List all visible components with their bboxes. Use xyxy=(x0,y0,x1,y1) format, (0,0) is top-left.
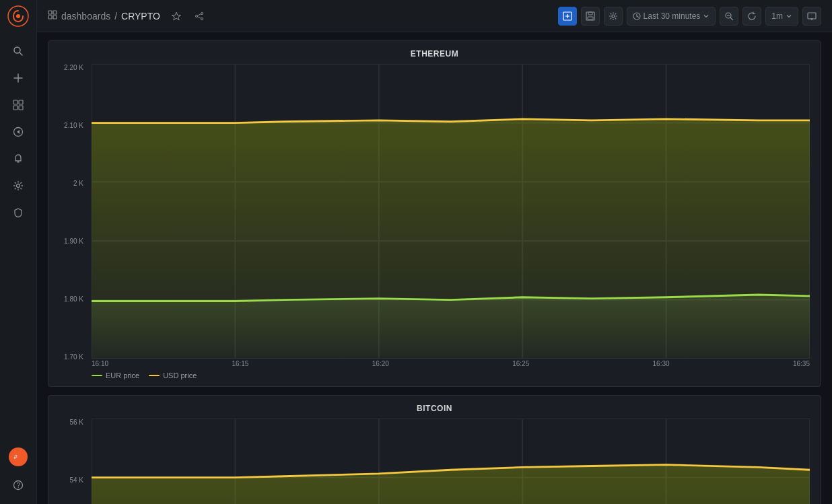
svg-rect-19 xyxy=(53,11,57,14)
bitcoin-panel-title: BITCOIN xyxy=(59,404,810,413)
eur-legend-label: EUR price xyxy=(106,371,139,380)
refresh-interval-label: 1m xyxy=(771,11,783,21)
svg-point-25 xyxy=(195,15,197,17)
svg-line-26 xyxy=(197,13,201,15)
svg-point-14 xyxy=(17,184,20,188)
bitcoin-chart-inner xyxy=(92,419,810,504)
svg-rect-41 xyxy=(808,13,816,19)
save-button[interactable] xyxy=(581,7,600,26)
grid-icon xyxy=(48,10,57,22)
svg-rect-9 xyxy=(19,106,23,110)
sidebar-item-alerts[interactable] xyxy=(6,147,30,171)
ethereum-eur-legend: EUR price xyxy=(92,371,139,380)
star-button[interactable] xyxy=(167,7,186,26)
svg-marker-11 xyxy=(17,130,20,134)
user-avatar[interactable]: # xyxy=(9,447,28,466)
ethereum-chart-inner xyxy=(92,64,810,359)
refresh-interval-picker[interactable]: 1m xyxy=(765,7,798,26)
ethereum-legend: EUR price USD price xyxy=(92,371,810,380)
usd-legend-label: USD price xyxy=(163,371,197,380)
bitcoin-chart-svg xyxy=(92,419,810,504)
sidebar-item-add[interactable] xyxy=(6,66,30,90)
zoom-out-button[interactable] xyxy=(720,7,738,26)
sidebar: # ? xyxy=(0,0,37,504)
svg-text:#: # xyxy=(14,453,18,460)
svg-marker-22 xyxy=(172,12,180,20)
tv-mode-button[interactable] xyxy=(802,7,821,26)
svg-rect-20 xyxy=(48,15,52,19)
sidebar-item-search[interactable] xyxy=(6,39,30,63)
time-range-picker[interactable]: Last 30 minutes xyxy=(627,7,716,26)
ethereum-y-labels: 2.20 K 2.10 K 2 K 1.90 K 1.80 K 1.70 K xyxy=(59,64,88,361)
sidebar-bottom: # ? xyxy=(6,447,30,499)
share-button[interactable] xyxy=(190,7,209,26)
sidebar-item-explore[interactable] xyxy=(6,120,30,144)
svg-line-39 xyxy=(730,17,733,20)
svg-rect-21 xyxy=(53,15,57,19)
sidebar-item-dashboards[interactable] xyxy=(6,93,30,117)
ethereum-panel-title: ETHEREUM xyxy=(59,49,810,59)
svg-line-3 xyxy=(20,52,22,55)
app-logo[interactable] xyxy=(7,5,29,27)
eur-legend-line xyxy=(92,375,102,376)
main-area: dashboards / CRYPTO Last 30 minutes xyxy=(37,0,832,504)
bitcoin-chart-container: 56 K 54 K 52 K 50 K 48 K 46 K xyxy=(59,419,810,504)
ethereum-panel: ETHEREUM 2.20 K 2.10 K 2 K 1.90 K 1.80 K… xyxy=(48,40,821,387)
svg-rect-32 xyxy=(588,12,592,15)
topbar-left: dashboards / CRYPTO xyxy=(48,5,553,27)
svg-line-37 xyxy=(637,16,639,17)
svg-point-1 xyxy=(16,14,20,18)
svg-rect-8 xyxy=(13,106,18,110)
ethereum-usd-legend: USD price xyxy=(149,371,197,380)
svg-point-34 xyxy=(612,15,615,17)
breadcrumb-current: CRYPTO xyxy=(121,11,160,22)
settings-button[interactable] xyxy=(604,7,623,26)
sidebar-item-settings[interactable] xyxy=(6,174,30,198)
refresh-button[interactable] xyxy=(742,7,761,26)
svg-rect-18 xyxy=(48,11,52,14)
bitcoin-y-labels: 56 K 54 K 52 K 50 K 48 K 46 K xyxy=(59,419,88,504)
breadcrumb-separator: / xyxy=(114,11,117,22)
topbar: dashboards / CRYPTO Last 30 minutes xyxy=(37,0,832,32)
bitcoin-panel: BITCOIN 56 K 54 K 52 K 50 K 48 K 46 K xyxy=(48,395,821,504)
ethereum-chart-svg xyxy=(92,64,810,359)
svg-line-27 xyxy=(197,16,201,17)
time-range-label: Last 30 minutes xyxy=(644,11,701,21)
ethereum-chart-container: 2.20 K 2.10 K 2 K 1.90 K 1.80 K 1.70 K xyxy=(59,64,810,380)
svg-rect-33 xyxy=(588,17,593,20)
breadcrumb-parent[interactable]: dashboards xyxy=(61,11,110,22)
svg-text:?: ? xyxy=(17,482,21,489)
svg-rect-7 xyxy=(19,100,23,104)
sidebar-item-shield[interactable] xyxy=(6,201,30,225)
svg-point-24 xyxy=(201,17,203,20)
usd-legend-line xyxy=(149,375,160,376)
sidebar-item-help[interactable]: ? xyxy=(6,473,30,497)
svg-point-23 xyxy=(201,12,203,14)
svg-rect-6 xyxy=(13,100,18,104)
ethereum-x-labels: 16:10 16:15 16:20 16:25 16:30 16:35 xyxy=(92,359,810,367)
add-panel-button[interactable] xyxy=(558,7,577,26)
dashboard-content: ETHEREUM 2.20 K 2.10 K 2 K 1.90 K 1.80 K… xyxy=(37,32,832,504)
topbar-actions: Last 30 minutes 1m xyxy=(558,7,821,26)
